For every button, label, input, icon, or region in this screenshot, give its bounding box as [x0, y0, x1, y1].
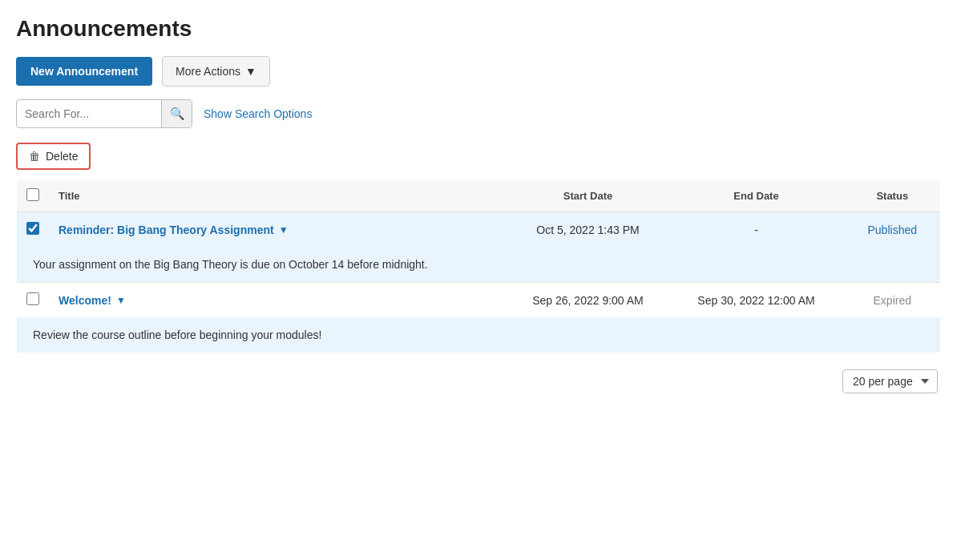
per-page-select[interactable]: 5 per page10 per page20 per page50 per p…	[842, 369, 938, 393]
preview-row-1: Review the course outline before beginni…	[17, 317, 941, 353]
announcement-link-0[interactable]: Reminder: Big Bang Theory Assignment ▼	[59, 224, 289, 236]
search-input[interactable]	[17, 101, 161, 127]
preview-row-0: Your assignment on the Big Bang Theory i…	[17, 247, 941, 283]
show-search-options-link[interactable]: Show Search Options	[204, 107, 312, 120]
table-header: Title Start Date End Date Status	[17, 180, 941, 212]
col-header-startdate: Start Date	[508, 180, 668, 212]
table-body: Reminder: Big Bang Theory Assignment ▼ O…	[17, 212, 941, 353]
row-checkbox-0[interactable]	[26, 222, 39, 235]
row-enddate-1: Sep 30, 2022 12:00 AM	[668, 283, 845, 318]
page-container: Announcements New Announcement More Acti…	[0, 0, 957, 560]
preview-cell-0: Your assignment on the Big Bang Theory i…	[17, 247, 941, 283]
row-chevron-icon-0[interactable]: ▼	[279, 224, 289, 236]
col-header-title: Title	[49, 180, 508, 212]
announcement-title-0: Reminder: Big Bang Theory Assignment	[59, 224, 274, 236]
new-announcement-button[interactable]: New Announcement	[16, 57, 152, 86]
status-badge-0: Published	[868, 224, 918, 236]
row-enddate-0: -	[668, 212, 845, 248]
row-title-cell: Welcome! ▼	[49, 283, 508, 318]
preview-text-0: Your assignment on the Big Bang Theory i…	[33, 258, 428, 271]
row-startdate-1: Sep 26, 2022 9:00 AM	[508, 283, 668, 318]
toolbar: New Announcement More Actions ▼	[16, 56, 941, 87]
announcement-link-1[interactable]: Welcome! ▼	[59, 294, 126, 307]
search-input-wrap: 🔍	[16, 99, 192, 128]
announcements-table: Title Start Date End Date Status Reminde…	[16, 179, 941, 353]
search-bar: 🔍 Show Search Options	[16, 99, 941, 128]
table-row: Welcome! ▼ Sep 26, 2022 9:00 AM Sep 30, …	[17, 283, 941, 318]
row-startdate-0: Oct 5, 2022 1:43 PM	[508, 212, 668, 248]
row-chevron-icon-1[interactable]: ▼	[116, 295, 126, 306]
col-header-status: Status	[845, 180, 941, 212]
delete-button[interactable]: 🗑 Delete	[16, 143, 91, 170]
delete-bar: 🗑 Delete	[16, 143, 941, 170]
chevron-down-icon: ▼	[245, 65, 256, 78]
pagination-bar: 5 per page10 per page20 per page50 per p…	[16, 369, 941, 393]
col-header-enddate: End Date	[668, 180, 845, 212]
preview-cell-1: Review the course outline before beginni…	[17, 317, 941, 353]
row-checkbox-1[interactable]	[26, 292, 39, 305]
row-title-cell: Reminder: Big Bang Theory Assignment ▼	[49, 212, 508, 248]
row-status-0: Published	[845, 212, 941, 248]
select-all-cell	[17, 180, 50, 212]
more-actions-label: More Actions	[176, 65, 240, 78]
preview-text-1: Review the course outline before beginni…	[33, 328, 321, 341]
trash-icon: 🗑	[29, 150, 40, 163]
announcement-title-1: Welcome!	[59, 294, 111, 307]
delete-label: Delete	[46, 150, 78, 163]
table-row: Reminder: Big Bang Theory Assignment ▼ O…	[17, 212, 941, 248]
select-all-checkbox[interactable]	[26, 188, 39, 201]
row-check-cell	[17, 283, 50, 318]
status-badge-1: Expired	[874, 294, 911, 307]
search-icon: 🔍	[170, 107, 185, 121]
search-button[interactable]: 🔍	[161, 100, 192, 127]
row-status-1: Expired	[845, 283, 941, 318]
row-check-cell	[17, 212, 50, 248]
more-actions-button[interactable]: More Actions ▼	[162, 56, 270, 87]
page-title: Announcements	[16, 16, 941, 42]
